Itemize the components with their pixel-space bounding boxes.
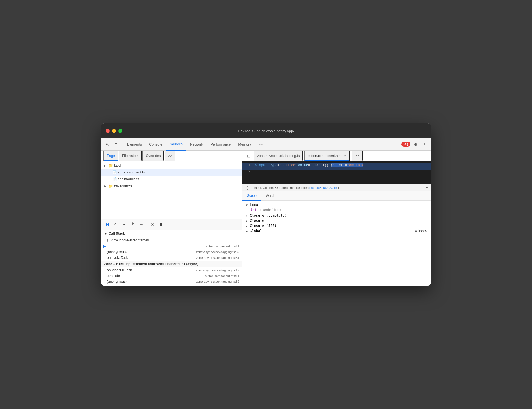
callstack-row-onScheduleTask1[interactable]: onScheduleTask zone-async-stack-tagging.… bbox=[101, 267, 242, 273]
file-icon-app-component: 📄 bbox=[113, 170, 117, 174]
panel-more-button[interactable]: ⋮ bbox=[232, 152, 240, 160]
error-badge[interactable]: ✕ 2 bbox=[401, 142, 410, 147]
scope-local-header[interactable]: ▼ Local bbox=[245, 202, 429, 207]
global-value-window: Window bbox=[415, 229, 427, 233]
sub-tab-page[interactable]: Page bbox=[103, 151, 118, 161]
scope-item-this[interactable]: this : undefined bbox=[245, 207, 429, 212]
callstack-name-onInvokeTask1: onInvokeTask bbox=[107, 256, 196, 260]
window-title: DevTools - ng-devtools.netlify.app/ bbox=[238, 129, 294, 133]
pause-on-exception-button[interactable] bbox=[157, 221, 165, 228]
callstack-row-onInvokeTask2[interactable]: onInvokeTask zone-async-stack-tagging.ts… bbox=[101, 284, 242, 286]
deactivate-breakpoints-button[interactable] bbox=[149, 221, 156, 228]
settings-button[interactable]: ⚙ bbox=[412, 141, 419, 148]
sub-tab-overrides[interactable]: Overrides bbox=[142, 151, 164, 161]
scope-local-label: Local bbox=[250, 203, 260, 207]
step-button[interactable] bbox=[138, 221, 145, 228]
file-app-module-name: app.module.ts bbox=[118, 177, 139, 181]
call-stack-header[interactable]: ▼ Call Stack bbox=[101, 230, 242, 237]
scope-content: ▼ Local this : undefined ▶ Closure bbox=[242, 201, 431, 235]
scope-global[interactable]: ▶ Global Window bbox=[245, 228, 429, 234]
line-number-2: 2 bbox=[242, 170, 254, 173]
tree-file-app-module[interactable]: 📄 app.module.ts bbox=[101, 176, 242, 183]
file-tab-button-label: button.component.html bbox=[307, 154, 342, 158]
callstack-loc-template: button.component.html:1 bbox=[205, 274, 239, 278]
tab-console[interactable]: Console bbox=[146, 138, 166, 151]
callstack-row-i0[interactable]: ▶ i0 button.component.html:1 bbox=[101, 243, 242, 249]
closure-template-arrow: ▶ bbox=[246, 214, 249, 217]
sub-tab-filesystem[interactable]: Filesystem bbox=[119, 151, 142, 161]
scope-closure-template[interactable]: ▶ Closure (template) bbox=[245, 213, 429, 218]
call-stack-panel: ▼ Call Stack Show ignore-listed frames ▶… bbox=[101, 230, 242, 286]
callstack-row-template[interactable]: template button.component.html:1 bbox=[101, 273, 242, 279]
left-panel: ▶ 📁 label 📄 app.component.ts 📄 app.modul… bbox=[101, 161, 242, 286]
folder-icon: 📁 bbox=[108, 163, 113, 168]
closure-arrow: ▶ bbox=[246, 219, 249, 222]
code-attr-value: value bbox=[298, 163, 308, 167]
step-over-button[interactable] bbox=[112, 221, 119, 228]
tab-network[interactable]: Network bbox=[187, 138, 207, 151]
scope-closure-580[interactable]: ▶ Closure (580) bbox=[245, 223, 429, 228]
file-tab-zone[interactable]: zone-async-stack-tagging.ts bbox=[254, 151, 303, 161]
callstack-name-template: template bbox=[107, 274, 205, 278]
collapse-icon: ⊟ bbox=[247, 154, 250, 158]
file-tree: ▶ 📁 label 📄 app.component.ts 📄 app.modul… bbox=[101, 161, 242, 219]
step-into-button[interactable] bbox=[120, 221, 128, 228]
pointer-tool-button[interactable]: ↖ bbox=[103, 141, 111, 148]
folder-arrow-icon: ▶ bbox=[103, 164, 107, 167]
device-icon: ⊡ bbox=[114, 142, 118, 147]
resume-button[interactable] bbox=[103, 221, 111, 228]
debug-toolbar bbox=[101, 219, 242, 230]
current-frame-arrow: ▶ bbox=[103, 244, 106, 248]
error-icon: ✕ bbox=[403, 142, 406, 146]
ignore-frames-label: Show ignore-listed frames bbox=[109, 238, 149, 242]
line-number-1: 1 bbox=[242, 163, 254, 167]
watch-tab[interactable]: Watch bbox=[261, 191, 280, 201]
scope-closure[interactable]: ▶ Closure bbox=[245, 218, 429, 223]
callstack-name-anon1: (anonymous) bbox=[107, 250, 196, 254]
scope-this-key: this bbox=[250, 208, 259, 212]
gear-icon: ⚙ bbox=[414, 142, 417, 147]
maximize-button[interactable] bbox=[118, 129, 122, 133]
async-label-1: Zone – HTMLInputElement.addEventListener… bbox=[104, 262, 198, 266]
minimize-button[interactable] bbox=[112, 129, 116, 133]
status-dropdown-button[interactable]: ▼ bbox=[425, 186, 429, 189]
tab-sources[interactable]: Sources bbox=[166, 138, 186, 151]
callstack-loc-onInvokeTask1: zone-async-stack-tagging.ts:31 bbox=[196, 256, 239, 259]
source-map-link[interactable]: main.fa8bfa0e23f1e bbox=[309, 186, 337, 189]
tree-folder-label[interactable]: ▶ 📁 label bbox=[101, 162, 242, 169]
folder-environments-name: environments bbox=[114, 184, 134, 188]
closure-label: Closure bbox=[250, 219, 264, 223]
close-button[interactable] bbox=[106, 129, 110, 133]
tab-more[interactable]: >> bbox=[255, 138, 266, 151]
callstack-name-onScheduleTask1: onScheduleTask bbox=[107, 268, 196, 272]
tab-memory[interactable]: Memory bbox=[235, 138, 254, 151]
callstack-row-onInvokeTask1[interactable]: onInvokeTask zone-async-stack-tagging.ts… bbox=[101, 255, 242, 261]
callstack-name-anon2: (anonymous) bbox=[107, 280, 196, 284]
more-options-button[interactable]: ⋮ bbox=[421, 141, 429, 148]
file-app-component-name: app.component.ts bbox=[118, 170, 145, 174]
tree-folder-environments[interactable]: ▶ 📁 environments bbox=[101, 183, 242, 189]
callstack-row-anon2[interactable]: (anonymous) zone-async-stack-tagging.ts:… bbox=[101, 279, 242, 284]
toolbar-separator bbox=[122, 142, 122, 147]
scope-tab[interactable]: Scope bbox=[242, 191, 261, 201]
step-out-button[interactable] bbox=[129, 221, 136, 228]
callstack-loc-anon1: zone-async-stack-tagging.ts:32 bbox=[196, 250, 239, 254]
svg-rect-1 bbox=[108, 223, 109, 226]
folder-environments-arrow: ▶ bbox=[103, 185, 107, 188]
global-arrow: ▶ bbox=[246, 230, 249, 233]
file-tab-close-button[interactable]: ✕ bbox=[344, 154, 346, 157]
callstack-row-anon1[interactable]: (anonymous) zone-async-stack-tagging.ts:… bbox=[101, 249, 242, 255]
right-more-tabs-button[interactable]: >> bbox=[352, 151, 363, 161]
local-expand-arrow: ▼ bbox=[246, 203, 249, 206]
ignore-frames-checkbox[interactable] bbox=[104, 239, 108, 242]
file-tab-button-component[interactable]: button.component.html ✕ bbox=[304, 151, 350, 161]
device-toggle-button[interactable]: ⊡ bbox=[112, 141, 120, 148]
pointer-icon: ↖ bbox=[106, 142, 109, 147]
tab-elements[interactable]: Elements bbox=[124, 138, 145, 151]
format-button[interactable]: {} bbox=[245, 185, 250, 191]
collapse-panel-button[interactable]: ⊟ bbox=[245, 152, 253, 160]
tab-performance[interactable]: Performance bbox=[207, 138, 234, 151]
tree-file-app-component[interactable]: 📄 app.component.ts bbox=[101, 169, 242, 176]
sub-tab-more[interactable]: >> bbox=[165, 151, 175, 161]
traffic-lights bbox=[106, 129, 122, 133]
